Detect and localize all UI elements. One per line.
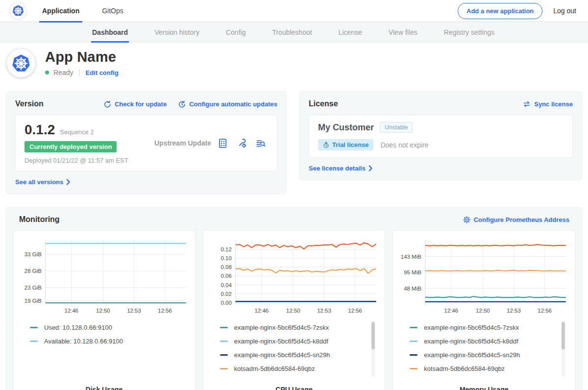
app-status-row: Ready Edit config [45, 69, 119, 76]
legend-dash [220, 354, 228, 356]
svg-text:19 GiB: 19 GiB [24, 298, 42, 304]
trial-license-badge: Trial license [318, 139, 373, 150]
legend-item[interactable]: example-nginx-5bc6f5d4c5-sn29h [410, 351, 557, 359]
license-panel: My Customer Unstable Trial license Does … [309, 115, 573, 158]
kubernetes-logo[interactable] [10, 2, 26, 19]
update-type-label: Upstream Update [149, 139, 218, 147]
svg-text:12:50: 12:50 [476, 308, 490, 314]
legend-item[interactable]: kotsadm-5db6dc6584-69qbz [410, 365, 557, 372]
edit-config-link[interactable]: Edit config [85, 69, 118, 76]
scrollbar-thumb[interactable] [562, 322, 565, 349]
legend-label: example-nginx-5bc6f5d4c5-sn29h [234, 351, 330, 359]
summary-cards: Version Check for update Configure au [0, 91, 588, 194]
legend-item[interactable]: kotsadm-5db6dc6584-69qbz [220, 365, 368, 372]
view-logs-icon[interactable] [256, 138, 266, 148]
see-all-versions-link[interactable]: See all versions [15, 178, 277, 186]
svg-text:0.02: 0.02 [220, 291, 231, 297]
legend-item[interactable]: example-nginx-5bc6f5d4c5-7zskx [220, 324, 368, 331]
topnav-tab-label: Application [42, 7, 79, 15]
tab-license[interactable]: License [339, 22, 362, 42]
svg-text:0.06: 0.06 [220, 273, 231, 279]
legend-label: example-nginx-5bc6f5d4c5-7zskx [234, 324, 329, 331]
tab-label: Version history [154, 28, 199, 36]
legend-dash [220, 368, 228, 369]
svg-text:12:56: 12:56 [158, 308, 172, 314]
legend-dash [30, 327, 38, 328]
legend-label: kotsadm-5db6dc6584-69qbz [424, 365, 505, 372]
tab-dashboard[interactable]: Dashboard [92, 22, 128, 42]
cpu-usage-chart: 12:4612:5012:5312:560.000.020.040.060.08… [208, 235, 380, 318]
sync-license-link[interactable]: Sync license [523, 100, 573, 108]
see-license-details-link[interactable]: See license details [309, 165, 573, 172]
svg-text:12:56: 12:56 [348, 308, 362, 314]
svg-text:12:53: 12:53 [317, 308, 331, 314]
legend-dash [410, 341, 417, 342]
legend-item[interactable]: example-nginx-5bc6f5d4c5-7zskx [410, 324, 557, 331]
tab-label: View files [389, 28, 417, 36]
legend-dash [410, 368, 417, 369]
memory-usage-legend: example-nginx-5bc6f5d4c5-7zskxexample-ng… [398, 318, 570, 381]
tab-config[interactable]: Config [226, 22, 245, 42]
legend-scrollbar[interactable] [371, 321, 375, 377]
svg-text:0.08: 0.08 [220, 264, 231, 270]
top-nav: Application GitOps Add a new application… [0, 0, 588, 22]
logout-link[interactable]: Log out [553, 7, 576, 15]
legend-item[interactable]: example-nginx-5bc6f5d4c5-sn29h [220, 351, 368, 359]
link-label: See all versions [15, 178, 63, 186]
legend-label: example-nginx-5bc6f5d4c5-sn29h [424, 351, 520, 359]
legend-dash [410, 327, 417, 328]
legend-item[interactable]: example-nginx-5bc6f5d4c5-k8ddf [410, 338, 557, 345]
tab-label: Dashboard [92, 28, 128, 36]
svg-text:12:50: 12:50 [286, 308, 300, 314]
configure-automatic-updates-link[interactable]: Configure automatic updates [178, 100, 277, 108]
tab-view-files[interactable]: View files [389, 22, 417, 42]
version-number: 0.1.2 [24, 122, 55, 138]
topnav-tab-gitops[interactable]: GitOps [101, 0, 124, 22]
legend-label: kotsadm-5db6dc6584-69qbz [234, 365, 315, 372]
legend-label: example-nginx-5bc6f5d4c5-k8ddf [234, 338, 328, 345]
svg-text:23 GiB: 23 GiB [24, 285, 42, 291]
chevron-right-icon [66, 179, 71, 185]
svg-text:28 GiB: 28 GiB [24, 268, 42, 274]
clock-refresh-icon [178, 100, 186, 108]
legend-dash [410, 354, 417, 356]
kubernetes-logo-icon [12, 4, 24, 17]
license-expiry: Does not expire [380, 141, 428, 149]
stopwatch-icon [323, 142, 329, 148]
version-card: Version Check for update Configure au [6, 91, 287, 194]
tab-label: License [339, 28, 362, 36]
refresh-icon [104, 100, 111, 108]
badge-label: Trial license [332, 141, 368, 148]
link-label: Check for update [115, 100, 167, 108]
chart-title: CPU Usage [208, 381, 380, 390]
legend-label: example-nginx-5bc6f5d4c5-k8ddf [424, 338, 518, 345]
config-wrench-icon[interactable] [237, 138, 247, 148]
chart-title: Disk Usage [18, 381, 190, 390]
scrollbar-thumb[interactable] [371, 322, 375, 349]
tab-registry-settings[interactable]: Registry settings [444, 22, 494, 42]
legend-item[interactable]: Available: 10.128.0.66:9100 [30, 338, 177, 345]
charts-row: 12:4612:5012:5312:5633 GiB28 GiB23 GiB19… [13, 230, 575, 390]
legend-item[interactable]: example-nginx-5bc6f5d4c5-k8ddf [220, 338, 368, 345]
monitoring-panel: Monitoring Configure Prometheus Address … [6, 207, 582, 390]
preflight-checklist-icon[interactable] [218, 138, 228, 148]
tab-label: Troubleshoot [272, 28, 312, 36]
legend-scrollbar[interactable] [562, 321, 565, 377]
tab-troubleshoot[interactable]: Troubleshoot [272, 22, 312, 42]
svg-text:12:46: 12:46 [444, 308, 459, 314]
svg-text:143 MiB: 143 MiB [401, 254, 421, 260]
legend-dash [30, 341, 38, 342]
disk-usage-chart-card: 12:4612:5012:5312:5633 GiB28 GiB23 GiB19… [13, 230, 196, 390]
legend-item[interactable]: Used: 10.128.0.66:9100 [30, 324, 177, 331]
configure-prometheus-link[interactable]: Configure Prometheus Address [463, 216, 569, 223]
link-label: Configure automatic updates [189, 100, 277, 108]
svg-text:33 GiB: 33 GiB [24, 251, 42, 257]
svg-text:0.00: 0.00 [220, 300, 231, 306]
add-application-button[interactable]: Add a new application [458, 3, 542, 19]
tab-version-history[interactable]: Version history [154, 22, 199, 42]
app-header-text: App Name Ready Edit config [45, 49, 119, 76]
disk-usage-chart: 12:4612:5012:5312:5633 GiB28 GiB23 GiB19… [18, 235, 190, 318]
check-for-update-link[interactable]: Check for update [104, 100, 167, 108]
status-dot [45, 71, 49, 74]
topnav-tab-application[interactable]: Application [41, 0, 80, 22]
